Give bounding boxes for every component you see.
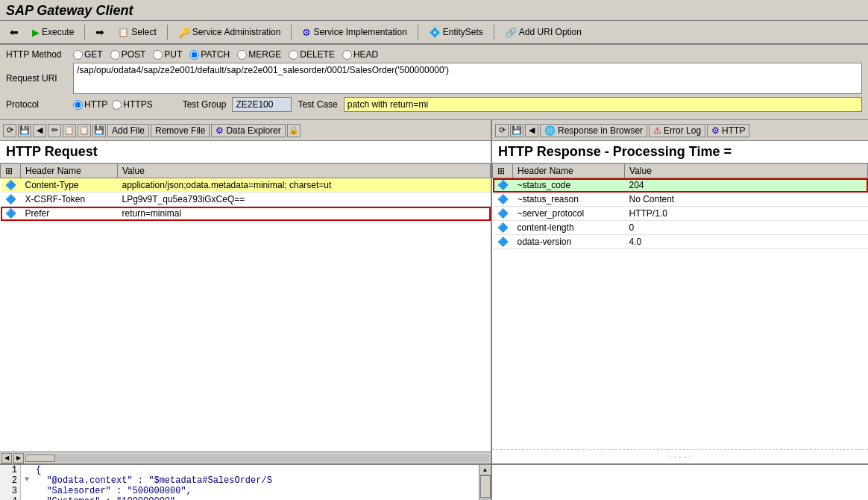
title-bar: SAP Gateway Client [0,0,868,21]
table-row[interactable]: 🔷 ~server_protocol HTTP/1.0 [493,207,868,221]
copy-btn-left[interactable]: 📋 [63,124,76,137]
separator3 [291,25,292,40]
resp-header-value-cell: HTTP/1.0 [625,207,868,221]
radio-patch[interactable] [189,50,199,60]
method-patch[interactable]: PATCH [189,49,230,60]
table-row[interactable]: 🔷 ~status_reason No Content [493,193,868,207]
table-row[interactable]: 🔷 X-CSRF-Token LPg9v9T_qu5ea793iGxCeQ== [1,193,491,207]
method-post[interactable]: POST [110,49,146,60]
back-btn-left[interactable]: ◀ [33,124,46,137]
vs-track[interactable] [480,475,491,500]
form-area: HTTP Method GET POST PUT PATCH MERGE [0,45,868,120]
left-scroll-right[interactable]: ▶ [13,453,24,463]
method-delete[interactable]: DELETE [289,49,335,60]
add-file-label: Add File [112,125,145,136]
table-row[interactable]: 🔷 Content-Type application/json;odata.me… [1,178,491,193]
add-file-btn[interactable]: Add File [107,124,149,137]
code-line: 1 { [0,465,479,475]
row-icon: 🔷 [493,178,513,193]
proto-https[interactable]: HTTPS [112,99,152,110]
forward-button[interactable]: ➡ [90,24,110,40]
separator1 [84,25,85,40]
service-admin-icon: 🔑 [178,27,190,38]
save-btn-right[interactable]: 💾 [510,124,523,137]
header-name-cell: Content-Type [21,178,118,193]
radio-head[interactable] [342,50,352,60]
add-uri-icon: 🔗 [505,27,517,38]
refresh-btn-left[interactable]: ⟳ [3,124,16,137]
entity-sets-label: EntitySets [443,27,483,37]
header-value-cell: LPg9v9T_qu5ea793iGxCeQ== [118,193,491,207]
left-panel: ⟳ 💾 ◀ ✏ 📋 📋 💾 Add File Remove File ⚙ Dat… [0,120,492,463]
remove-file-label: Remove File [155,125,205,136]
right-table-area: ⊞ Header Name Value 🔷 ~status_code 204 🔷… [492,163,868,449]
method-put[interactable]: PUT [153,49,182,60]
code-vscroll[interactable]: ▲ ▼ [479,465,491,500]
label-put: PUT [164,49,182,60]
left-panel-title: HTTP Request [0,141,491,163]
proto-http[interactable]: HTTP [73,99,107,110]
header-value-cell: return=minimal [118,207,491,221]
radio-merge[interactable] [237,50,247,60]
table-row[interactable]: 🔷 content-length 0 [493,221,868,235]
response-table-header: ⊞ Header Name Value [493,164,868,178]
service-admin-label: Service Administration [192,27,281,37]
save-btn-left[interactable]: 💾 [18,124,31,137]
radio-put[interactable] [153,50,163,60]
header-value-col: Value [118,164,491,178]
left-scroll-track[interactable] [25,454,489,462]
select-button[interactable]: 📋 Select [113,25,161,40]
table-row[interactable]: 🔷 Prefer return=minimal [1,207,491,221]
test-group-input[interactable] [232,97,292,112]
line-content: "@odata.context" : "$metadata#SalesOrder… [33,475,272,486]
bottom-panel: 1 { 2 ▼ "@odata.context" : "$metadata#Sa… [0,463,868,500]
response-browser-btn[interactable]: 🌐 Response in Browser [540,124,647,137]
label-http: HTTP [84,99,107,110]
row-icon: 🔷 [1,178,21,193]
paste-btn-left[interactable]: 📋 [78,124,91,137]
line-number: 4 [0,496,21,500]
http-btn[interactable]: ⚙ HTTP [707,124,749,137]
code-line: 3 "Salesorder" : "500000000", [0,486,479,496]
right-panel-title: HTTP Response - Processing Time = [492,141,868,163]
back-btn-right[interactable]: ◀ [525,124,538,137]
row-icon: 🔷 [1,207,21,221]
method-get[interactable]: GET [73,49,103,60]
error-log-btn[interactable]: ⚠ Error Log [649,124,705,137]
method-head[interactable]: HEAD [342,49,378,60]
remove-file-btn[interactable]: Remove File [151,124,210,137]
radio-https[interactable] [112,100,122,110]
left-h-scrollbar[interactable]: ◀ ▶ [0,451,491,463]
table-row[interactable]: 🔷 ~status_code 204 [493,178,868,193]
radio-get[interactable] [73,50,83,60]
code-line: 2 ▼ "@odata.context" : "$metadata#SalesO… [0,475,479,486]
radio-post[interactable] [110,50,120,60]
response-browser-icon: 🌐 [544,125,556,136]
save2-btn-left[interactable]: 💾 [92,124,106,137]
request-uri-input[interactable]: /sap/opu/odata4/sap/ze2e001/default/sap/… [73,63,862,94]
entity-sets-button[interactable]: 💠 EntitySets [424,25,488,40]
execute-button[interactable]: ▶ Execute [27,25,79,40]
radio-http[interactable] [73,100,83,110]
code-line: 4 "Customer" : "100000000", [0,496,479,500]
vs-thumb [480,475,491,498]
test-case-input[interactable] [344,97,862,112]
refresh-btn-right[interactable]: ⟳ [495,124,509,137]
separator5 [494,25,494,40]
test-group-label: Test Group [183,99,227,110]
table-row[interactable]: 🔷 odata-version 4.0 [493,235,868,249]
left-scroll-left[interactable]: ◀ [1,453,12,463]
back-button[interactable]: ⬅ [4,24,24,40]
vs-up[interactable]: ▲ [479,465,491,475]
response-headers-table: ⊞ Header Name Value 🔷 ~status_code 204 🔷… [492,163,868,249]
label-patch: PATCH [201,49,230,60]
right-panel-title-text: HTTP Response - Processing Time = [498,144,732,159]
service-admin-button[interactable]: 🔑 Service Administration [173,25,286,40]
method-merge[interactable]: MERGE [237,49,281,60]
add-uri-button[interactable]: 🔗 Add URI Option [500,25,587,40]
service-impl-button[interactable]: ⚙ Service Implementation [297,25,412,40]
edit-btn-left[interactable]: ✏ [48,124,61,137]
data-explorer-btn[interactable]: ⚙ Data Explorer [211,124,285,137]
lock-btn-left[interactable]: 🔒 [287,124,301,137]
radio-delete[interactable] [289,50,298,60]
